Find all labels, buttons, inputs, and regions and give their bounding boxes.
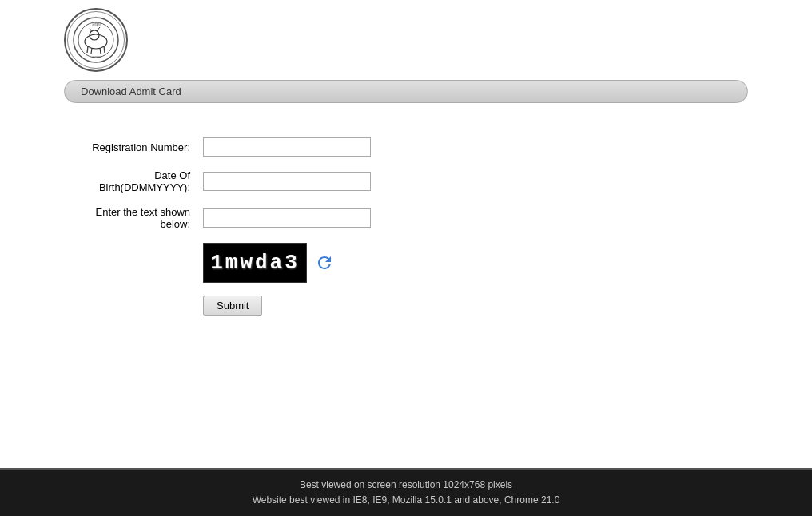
registration-input[interactable] [203, 137, 371, 157]
captcha-image-label [64, 236, 200, 289]
footer: Best viewed on screen resolution 1024x76… [0, 468, 812, 516]
footer-line1: Best viewed on screen resolution 1024x76… [8, 478, 804, 493]
registration-row: Registration Number: [64, 131, 374, 163]
form-container: Registration Number: Date Of Birth(DDMMY… [0, 107, 812, 346]
dob-input[interactable] [203, 172, 371, 191]
captcha-label: Enter the text shown below: [64, 200, 200, 236]
header: ओडिशा सरकार [0, 0, 812, 80]
logo-emblem: ओडिशा सरकार [67, 11, 125, 69]
dob-label: Date Of Birth(DDMMYYYY): [64, 163, 200, 200]
registration-input-cell [200, 131, 374, 163]
captcha-text-row: Enter the text shown below: [64, 200, 374, 236]
submit-button[interactable]: Submit [203, 296, 262, 316]
captcha-image: 1mwda3 [203, 243, 307, 283]
refresh-icon [315, 253, 334, 272]
form-table: Registration Number: Date Of Birth(DDMMY… [64, 131, 374, 322]
captcha-refresh-button[interactable] [315, 253, 334, 272]
captcha-input-cell [200, 200, 374, 236]
submit-label-cell [64, 289, 200, 322]
dob-input-cell [200, 163, 374, 200]
captcha-input[interactable] [203, 208, 371, 228]
submit-row: Submit [64, 289, 374, 322]
logo: ओडिशा सरकार [64, 8, 128, 72]
svg-line-5 [91, 48, 92, 54]
footer-line2: Website best viewed in IE8, IE9, Mozilla… [8, 493, 804, 508]
captcha-value: 1mwda3 [210, 251, 300, 275]
svg-text:सरकार: सरकार [91, 55, 101, 59]
submit-button-cell: Submit [200, 289, 374, 322]
svg-line-9 [97, 27, 100, 31]
svg-line-4 [87, 46, 88, 53]
captcha-image-row: 1mwda3 [64, 236, 374, 289]
svg-line-7 [104, 46, 105, 53]
nav-bar-label: Download Admit Card [81, 85, 181, 97]
registration-label: Registration Number: [64, 131, 200, 163]
dob-row: Date Of Birth(DDMMYYYY): [64, 163, 374, 200]
svg-line-6 [100, 48, 101, 54]
svg-text:ओडिशा: ओडिशा [92, 22, 101, 26]
captcha-image-cell: 1mwda3 [200, 236, 374, 289]
nav-bar: Download Admit Card [64, 80, 748, 103]
